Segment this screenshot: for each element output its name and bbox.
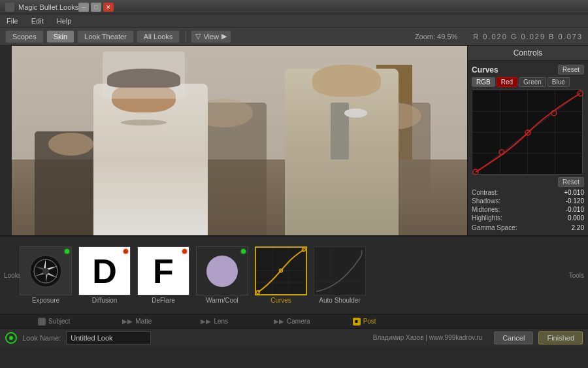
section-matte: ▶▶ Matte <box>122 318 152 325</box>
filmstrip: Looks Exposure <box>0 235 588 314</box>
autoshoulder-svg <box>314 247 364 293</box>
close-button[interactable]: ✕ <box>103 3 114 12</box>
diffusion-letter: D <box>92 252 117 291</box>
highlights-label: Highlights: <box>472 214 502 222</box>
curves-title: Curves <box>472 65 498 75</box>
curves-thumb-svg <box>256 248 306 294</box>
look-name-curves: Curves <box>270 297 291 304</box>
tools-label: Tools <box>569 272 584 279</box>
curve-svg <box>472 90 583 175</box>
tab-look-theater[interactable]: Look Theater <box>77 30 134 43</box>
look-thumb-curves <box>255 246 307 295</box>
camera-arrow: ▶▶ <box>274 318 284 325</box>
curves-section: Curves Reset RGB Red Green Blue <box>468 61 588 235</box>
look-item-deflare[interactable]: F DeFlare <box>137 246 189 304</box>
curve-tab-blue[interactable]: Blue <box>547 77 570 87</box>
look-item-diffusion[interactable]: D Diffusion <box>78 246 131 304</box>
curves-display[interactable] <box>472 90 583 175</box>
looks-label: Looks <box>4 272 22 279</box>
gamma-value: 2.20 <box>572 224 584 231</box>
zoom-info: Zoom: 49.5% <box>415 33 457 41</box>
look-item-exposure[interactable]: Exposure <box>20 246 72 304</box>
params-reset-button[interactable]: Reset <box>558 177 584 187</box>
menu-edit[interactable]: Edit <box>29 16 46 26</box>
look-name-autoshoulder: Auto Shoulder <box>319 297 360 304</box>
finished-button[interactable]: Finished <box>538 331 583 344</box>
gamma-label: Gamma Space: <box>472 224 517 231</box>
lens-arrow: ▶▶ <box>201 318 211 325</box>
curves-tabs: RGB Red Green Blue <box>472 77 584 87</box>
look-thumb-autoshoulder <box>314 246 366 295</box>
look-led-deflare <box>182 249 187 254</box>
look-led-exposure <box>65 249 69 254</box>
matte-label: Matte <box>135 318 152 325</box>
camera-label: Camera <box>287 318 310 325</box>
svg-point-8 <box>42 268 49 275</box>
section-camera: ▶▶ Camera <box>274 318 310 325</box>
title-icon <box>5 3 14 12</box>
curve-tab-green[interactable]: Green <box>519 77 546 87</box>
look-thumb-deflare: F <box>137 246 189 295</box>
section-subject: □ Subject <box>38 318 70 326</box>
curves-params: Contrast: +0.010 Shadows: -0.120 Midtone… <box>472 189 584 222</box>
look-name-warmcool: Warm/Cool <box>206 297 238 304</box>
look-item-autoshoulder[interactable]: Auto Shoulder <box>314 246 366 304</box>
look-thumb-diffusion: D <box>78 246 131 295</box>
deflare-letter: F <box>153 252 174 291</box>
view-button[interactable]: ▽ View ▶ <box>191 30 231 43</box>
shadows-label: Shadows: <box>472 197 500 205</box>
left-label-area <box>0 46 12 235</box>
power-dot <box>9 336 13 340</box>
image-panel <box>12 46 467 235</box>
section-labels: □ Subject ▶▶ Matte ▶▶ Lens ▶▶ Camera ■ P… <box>0 314 588 328</box>
section-lens: ▶▶ Lens <box>201 318 228 325</box>
rgb-info: R 0.020 G 0.029 B 0.073 <box>473 33 583 41</box>
post-label: Post <box>363 318 376 325</box>
lens-label: Lens <box>214 318 228 325</box>
section-post: ■ Post <box>353 318 376 326</box>
subject-label: Subject <box>48 318 70 325</box>
cancel-button[interactable]: Cancel <box>494 331 533 344</box>
menu-file[interactable]: File <box>4 16 21 26</box>
menu-bar: File Edit Help <box>0 14 588 27</box>
contrast-label: Contrast: <box>472 189 498 196</box>
minimize-button[interactable]: ─ <box>78 3 89 12</box>
look-thumb-exposure <box>20 246 72 295</box>
highlights-value: 0.000 <box>568 214 584 222</box>
maximize-button[interactable]: □ <box>91 3 101 12</box>
curve-tab-red[interactable]: Red <box>497 77 517 87</box>
toolchain-bar: Look Name: Владимир Хазов | www.999kadro… <box>0 328 588 346</box>
app-title: Magic Bullet Looks <box>18 3 78 11</box>
toolchain-power-button[interactable] <box>5 332 17 344</box>
look-name-deflare: DeFlare <box>152 297 175 304</box>
look-item-curves[interactable]: Curves <box>255 246 307 304</box>
tab-skin[interactable]: Skin <box>46 30 74 43</box>
menu-help[interactable]: Help <box>54 16 74 26</box>
gamma-row: Gamma Space: 2.20 <box>472 224 584 231</box>
look-led-diffusion <box>123 249 128 254</box>
warmcool-circle <box>206 256 238 287</box>
look-item-warmcool[interactable]: Warm/Cool <box>196 246 248 304</box>
look-name-input[interactable] <box>66 331 151 344</box>
window-controls: ─ □ ✕ <box>78 3 114 12</box>
shadows-value: -0.120 <box>566 197 584 205</box>
look-led-warmcool <box>241 249 246 254</box>
aperture-icon <box>29 254 63 288</box>
look-name-label: Look Name: <box>22 334 61 342</box>
tab-all-looks[interactable]: All Looks <box>137 30 180 43</box>
midtones-label: Midtones: <box>472 206 500 213</box>
work-area: Controls Curves Reset RGB Red Green Blue <box>0 46 588 235</box>
contrast-value: +0.010 <box>564 189 584 196</box>
title-bar: Magic Bullet Looks ─ □ ✕ <box>0 0 588 14</box>
tab-scopes[interactable]: Scopes <box>5 30 44 43</box>
look-name-diffusion: Diffusion <box>92 297 118 304</box>
look-name-exposure: Exposure <box>32 297 59 304</box>
subject-icon: □ <box>38 318 46 326</box>
svg-rect-17 <box>314 247 364 293</box>
curves-reset-button[interactable]: Reset <box>558 65 584 75</box>
photo-display <box>12 46 467 235</box>
matte-arrow: ▶▶ <box>122 318 133 325</box>
watermark: Владимир Хазов | www.999kadrov.ru <box>373 334 482 341</box>
filter-icon: ▽ <box>195 32 201 41</box>
curve-tab-rgb[interactable]: RGB <box>472 77 495 87</box>
